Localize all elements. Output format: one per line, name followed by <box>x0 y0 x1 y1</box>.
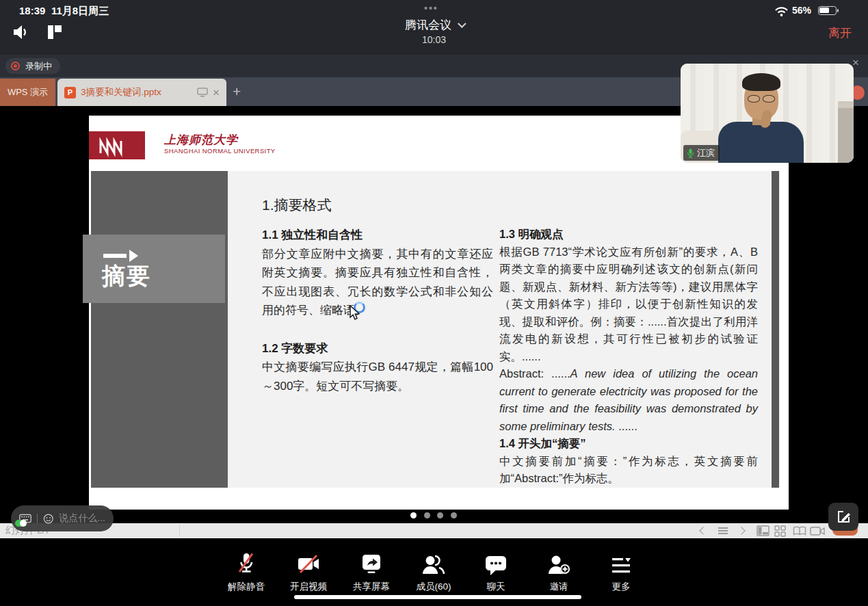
mouse-cursor-icon <box>349 305 361 321</box>
camera-off-icon <box>295 553 321 577</box>
meeting-title-dropdown[interactable]: 腾讯会议 <box>0 17 868 33</box>
slide-dot[interactable] <box>437 512 443 518</box>
grid-icon <box>774 525 786 537</box>
previous-slide-button[interactable] <box>700 523 706 538</box>
section-1-2-body: 中文摘要编写应执行GB 6447规定，篇幅100～300字。短文可不写摘要。 <box>262 358 493 395</box>
university-name-cn: 上海师范大学 <box>164 132 238 148</box>
camera-view-button[interactable] <box>810 523 825 538</box>
slide-scrollbar[interactable] <box>772 171 779 488</box>
section-label-box: 摘要 <box>83 235 225 303</box>
new-tab-button[interactable]: + <box>233 84 241 98</box>
battery-percent: 56% <box>792 5 811 16</box>
book-icon <box>793 526 806 536</box>
university-logo-icon <box>89 131 145 159</box>
chevron-down-icon <box>458 19 466 28</box>
document-tab-label: 3摘要和关键词.pptx <box>81 86 192 98</box>
normal-view-button[interactable] <box>757 523 770 538</box>
video-camera-icon <box>810 526 825 536</box>
participant-torso <box>718 122 804 163</box>
wps-bottom-bar: 幻灯片 2/7 <box>0 523 868 538</box>
list-icon <box>718 527 728 534</box>
wps-app-tab[interactable]: WPS 演示 <box>0 79 55 106</box>
chevron-right-icon <box>737 527 745 534</box>
leave-meeting-button[interactable]: 离开 <box>828 25 852 41</box>
participant-glasses <box>748 95 775 103</box>
members-button[interactable]: 成员(60) <box>399 551 468 593</box>
section-label: 摘要 <box>102 261 151 292</box>
university-name-en: SHANGHAI NORMAL UNIVERSITY <box>164 147 276 155</box>
slide-left-column: 1.1 独立性和自含性 部分文章应附中文摘要，其中有的文章还应附英文摘要。摘要应… <box>262 226 493 395</box>
slide-title: 1.摘要格式 <box>262 196 332 215</box>
section-1-3-body: 根据GB 7713“学术论文应有所创新”的要求，A、B两类文章的摘要中应明确列述… <box>499 243 758 366</box>
section-1-3-heading: 1.3 明确观点 <box>499 226 758 243</box>
participant-hair <box>742 73 780 91</box>
section-1-4-heading: 1.4 开头加“摘要” <box>499 435 758 453</box>
share-screen-button[interactable]: 共享屏幕 <box>337 551 406 593</box>
divider <box>179 525 180 537</box>
chat-input-bar[interactable]: 说点什么... <box>11 505 114 531</box>
chat-bubble-icon <box>484 553 508 577</box>
pptx-file-icon: P <box>64 87 76 98</box>
slide-list-button[interactable] <box>718 523 728 538</box>
keyboard-toggle-icon[interactable] <box>15 520 27 527</box>
close-tab-icon[interactable]: × <box>213 87 220 98</box>
chevron-left-icon <box>699 527 707 534</box>
invite-person-icon <box>547 553 571 577</box>
meeting-toolbar: 解除静音 开启视频 共享屏幕 成员(60) 聊天 邀请 更多 <box>0 538 868 606</box>
section-1-1-body: 部分文章应附中文摘要，其中有的文章还应附英文摘要。摘要应具有独立性和自含性，不应… <box>262 245 493 320</box>
multitask-dots-icon: ••• <box>424 3 438 14</box>
invite-button[interactable]: 邀请 <box>525 551 593 593</box>
clock-time: 18:39 <box>19 5 45 16</box>
slide-dot-active[interactable] <box>410 512 417 518</box>
recording-label: 录制中 <box>25 60 52 73</box>
battery-icon <box>818 6 837 15</box>
unmute-button[interactable]: 解除静音 <box>212 551 280 593</box>
recording-badge: 录制中 <box>5 58 60 74</box>
start-video-button[interactable]: 开启视频 <box>274 551 343 593</box>
slide-right-column: 1.3 明确观点 根据GB 7713“学术论文应有所创新”的要求，A、B两类文章… <box>499 226 758 488</box>
next-slide-button[interactable] <box>739 523 744 538</box>
section-1-2-heading: 1.2 字数要求 <box>262 339 493 358</box>
divider <box>37 514 38 523</box>
mic-off-icon <box>234 551 259 577</box>
grid-view-button[interactable] <box>774 523 786 538</box>
slide-dots-pagination[interactable] <box>410 512 457 518</box>
members-icon <box>421 553 446 577</box>
more-lines-icon <box>609 556 633 577</box>
chat-placeholder: 说点什么... <box>59 512 105 525</box>
pen-icon <box>835 509 852 525</box>
recording-dot-icon <box>11 62 20 70</box>
slide-side-column: 摘要 <box>91 171 228 488</box>
chat-button[interactable]: 聊天 <box>462 551 530 593</box>
reading-view-button[interactable] <box>793 523 806 538</box>
participant-name-badge: 江滨 <box>683 145 720 161</box>
more-button[interactable]: 更多 <box>587 551 655 593</box>
document-tab[interactable]: P 3摘要和关键词.pptx × <box>57 79 226 106</box>
meeting-screen: 18:39 11月8日周三 ••• 56% 腾讯会议 10:03 离开 录制中 … <box>0 0 868 606</box>
meeting-elapsed-time: 10:03 <box>0 34 868 45</box>
emoji-icon[interactable] <box>43 512 54 525</box>
panel-view-icon <box>757 525 770 536</box>
mic-on-icon <box>687 148 694 158</box>
participant-name: 江滨 <box>697 147 715 159</box>
share-screen-icon <box>359 552 384 577</box>
status-and-meeting-header: 18:39 11月8日周三 ••• 56% 腾讯会议 10:03 离开 <box>0 0 868 55</box>
section-1-1-heading: 1.1 独立性和自含性 <box>262 226 493 245</box>
video-window-frame <box>838 101 854 163</box>
meeting-title: 腾讯会议 <box>405 18 451 31</box>
slide-page: 上海师范大学 SHANGHAI NORMAL UNIVERSITY 摘要 1.摘… <box>89 116 789 510</box>
slide-dot[interactable] <box>424 512 430 518</box>
monitor-icon[interactable] <box>197 88 208 97</box>
wifi-icon <box>774 6 789 16</box>
slide-dot[interactable] <box>451 512 457 518</box>
section-1-4-body: 中文摘要前加“摘要：”作为标志，英文摘要前加“Abstract:”作为标志。 <box>499 453 758 488</box>
status-date: 11月8日周三 <box>51 5 109 18</box>
home-indicator[interactable] <box>294 595 581 599</box>
abstract-example: Abstract: ......A new idea of utilizing … <box>499 365 758 435</box>
annotate-button[interactable] <box>828 503 858 531</box>
